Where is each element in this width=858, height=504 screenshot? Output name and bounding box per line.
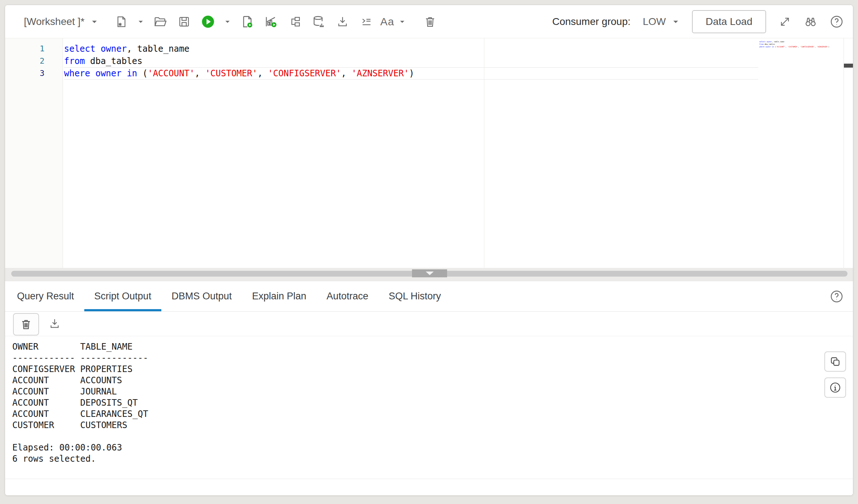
worksheet-title: [Worksheet ]*: [24, 16, 85, 27]
save-button[interactable]: [172, 11, 196, 33]
line-number-1: 1: [5, 43, 63, 55]
font-size-label: Aa: [380, 16, 394, 28]
help-icon: [830, 15, 844, 29]
sql-editor[interactable]: 123 select owner, table_namefrom dba_tab…: [5, 38, 853, 268]
minimap-line-1: select owner, table_name: [759, 40, 829, 43]
new-worksheet-menu-button[interactable]: [133, 11, 148, 33]
explain-plan-button[interactable]: [283, 11, 307, 33]
clear-output-button[interactable]: [13, 313, 39, 336]
hierarchy-icon: [288, 15, 301, 28]
minimap-line-3: where owner in ('ACCOUNT', 'CUSTOMER', '…: [759, 46, 829, 48]
tab-query-result[interactable]: Query Result: [7, 281, 84, 311]
open-file-button[interactable]: [148, 11, 172, 33]
pane-splitter[interactable]: [5, 268, 853, 281]
chevron-down-icon: [90, 18, 98, 26]
chevron-down-icon: [137, 18, 144, 25]
info-icon: [829, 381, 841, 394]
code-line-1[interactable]: select owner, table_name: [64, 43, 758, 55]
chart-run-icon: [264, 15, 278, 29]
line-number-3: 3: [5, 67, 63, 80]
database-chart-icon: [312, 15, 326, 29]
find-button[interactable]: [804, 15, 817, 29]
run-script-button[interactable]: [235, 11, 259, 33]
trash-icon: [424, 15, 437, 28]
font-size-button[interactable]: Aa: [378, 11, 408, 33]
editor-minimap[interactable]: select owner, table_namefrom dba_tablesw…: [759, 40, 829, 48]
worksheet-toolbar: [Worksheet ]*: [5, 5, 853, 38]
output-info-button[interactable]: [824, 377, 846, 398]
copy-output-button[interactable]: [824, 351, 846, 372]
editor-overview-ruler: [844, 38, 853, 268]
copy-icon: [829, 356, 841, 367]
consumer-group-select[interactable]: LOW: [643, 16, 680, 27]
trash-icon: [20, 318, 32, 330]
download-output-button[interactable]: [46, 315, 64, 333]
editor-gutter: 123: [5, 38, 63, 268]
data-load-button[interactable]: Data Load: [692, 10, 766, 33]
help-icon: [830, 290, 844, 303]
splitter-collapse-handle[interactable]: [412, 269, 447, 277]
format-code-button[interactable]: [354, 11, 378, 33]
run-play-icon: [201, 14, 215, 29]
help-button[interactable]: [830, 15, 844, 29]
minimap-line-2: from dba_tables: [759, 43, 829, 46]
toolbar-icon-group: Aa: [109, 11, 442, 33]
code-line-3[interactable]: where owner in ('ACCOUNT', 'CUSTOMER', '…: [64, 67, 758, 80]
expand-arrows-icon: [778, 15, 791, 28]
tab-sql-history[interactable]: SQL History: [378, 281, 451, 311]
tab-autotrace[interactable]: Autotrace: [317, 281, 379, 311]
run-menu-button[interactable]: [220, 11, 235, 33]
tab-explain-plan[interactable]: Explain Plan: [242, 281, 317, 311]
chevron-down-icon: [426, 272, 434, 275]
tab-dbms-output[interactable]: DBMS Output: [161, 281, 242, 311]
binoculars-icon: [804, 15, 817, 29]
download-icon: [48, 317, 61, 330]
code-line-2[interactable]: from dba_tables: [64, 55, 758, 67]
download-worksheet-button[interactable]: [331, 11, 354, 33]
chevron-down-icon: [399, 18, 406, 25]
script-output-panel: OWNER TABLE_NAME ------------ ----------…: [5, 336, 853, 479]
chevron-down-icon: [224, 18, 231, 25]
tab-script-output[interactable]: Script Output: [84, 281, 162, 311]
open-folder-icon: [153, 15, 167, 29]
line-number-2: 2: [5, 55, 63, 67]
download-icon: [336, 15, 349, 28]
script-output-toolbar: [5, 312, 853, 336]
results-help-button[interactable]: [830, 290, 844, 303]
result-tabs: Query ResultScript OutputDBMS OutputExpl…: [7, 281, 451, 311]
worksheet-selector[interactable]: [Worksheet ]*: [24, 16, 98, 27]
format-indent-icon: [360, 15, 373, 28]
run-statement-button[interactable]: [196, 11, 220, 33]
overview-cursor-mark: [844, 64, 853, 68]
new-file-icon: [115, 15, 128, 28]
editor-code-area[interactable]: select owner, table_namefrom dba_tablesw…: [64, 43, 758, 80]
save-floppy-icon: [178, 15, 191, 28]
sql-worksheet-window: [Worksheet ]*: [5, 5, 853, 496]
dbms-output-db-button[interactable]: [307, 11, 331, 33]
chevron-down-icon: [672, 18, 680, 26]
editor-column-ruler: [484, 38, 484, 268]
new-worksheet-button[interactable]: [109, 11, 133, 33]
expand-editor-button[interactable]: [778, 15, 791, 28]
run-script-icon: [240, 15, 254, 29]
autotrace-run-button[interactable]: [259, 11, 283, 33]
toolbar-right-group: Consumer group: LOW Data Load: [552, 10, 844, 33]
consumer-group-label: Consumer group:: [552, 16, 630, 27]
clear-worksheet-button[interactable]: [418, 11, 442, 33]
consumer-group-value: LOW: [643, 16, 666, 27]
panel-footer: [5, 479, 853, 496]
result-tabbar: Query ResultScript OutputDBMS OutputExpl…: [5, 281, 853, 312]
script-output-text: OWNER TABLE_NAME ------------ ----------…: [12, 341, 148, 465]
